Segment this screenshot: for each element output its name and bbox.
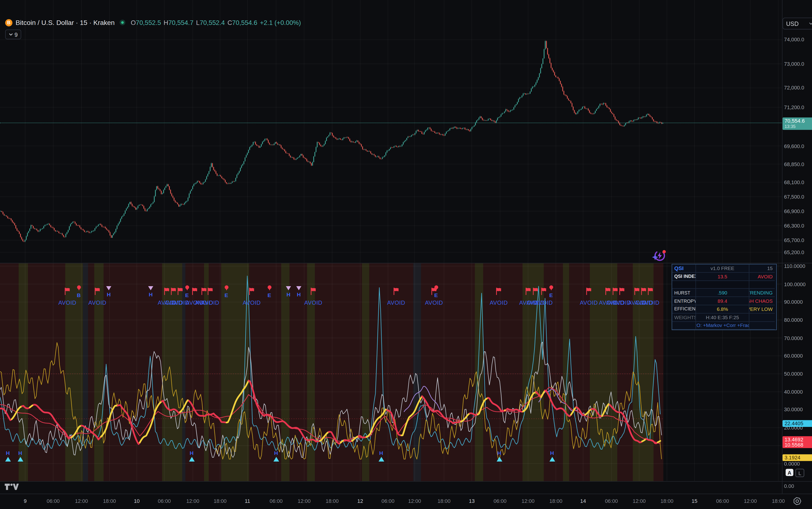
- ohlc-readout: O70,552.5 H70,554.7 L70,552.4 C70,554.6 …: [131, 19, 301, 26]
- hurst-up-triangle-icon: [273, 457, 279, 462]
- ai-boost-icon[interactable]: [652, 248, 666, 263]
- indicator-axis-label: 0.0000: [784, 461, 800, 467]
- pro-row-left: [672, 321, 696, 330]
- pane-divider[interactable]: [0, 263, 812, 263]
- flag-icon: [311, 287, 316, 295]
- indicator-axis-label: 40.0000: [784, 389, 803, 395]
- time-axis-label[interactable]: 12:00: [186, 498, 199, 504]
- time-axis-label[interactable]: 12:00: [744, 498, 757, 504]
- time-axis-label[interactable]: 12:00: [75, 498, 88, 504]
- hurst-label: HURST: [672, 289, 696, 297]
- price-axis-label: 68,100.0: [784, 179, 804, 185]
- price-axis-label: 69,600.0: [784, 143, 804, 149]
- weights-label: WEIGHTS: [672, 313, 696, 321]
- time-axis-label[interactable]: 9: [24, 498, 27, 504]
- flag-icon: [533, 287, 539, 295]
- axis-settings-gear-icon[interactable]: [793, 497, 802, 505]
- time-axis-label[interactable]: 14: [580, 498, 586, 504]
- qsi-status-table: QSI v1.0 FREE 15 QSI INDEX 13.5 AVOID HU…: [672, 264, 777, 330]
- entropy-letter: E: [224, 292, 228, 298]
- avoid-label: AVOID: [201, 300, 219, 306]
- avoid-label: AVOID: [535, 300, 553, 306]
- time-axis-label[interactable]: 10: [134, 498, 139, 504]
- hurst-value: .590: [696, 289, 750, 297]
- collapsed-pane[interactable]: [0, 481, 782, 494]
- time-axis-label[interactable]: 06:00: [605, 498, 618, 504]
- flag-icon: [526, 287, 531, 295]
- time-axis-label[interactable]: 18:00: [214, 498, 226, 504]
- efficiency-status: VERY LOW: [749, 305, 775, 313]
- flag-icon: [496, 287, 502, 295]
- flag-icon: [192, 287, 198, 295]
- indicator-axis-label: 30.0000: [784, 407, 803, 413]
- hurst-letter: H: [550, 450, 554, 456]
- time-axis-label[interactable]: 06:00: [716, 498, 729, 504]
- time-axis-label[interactable]: 13: [469, 498, 474, 504]
- hurst-down-triangle-icon: [286, 286, 291, 290]
- indicator-axis-label: 100.0000: [784, 281, 806, 287]
- hurst-letter: H: [274, 450, 278, 456]
- log-scale-button[interactable]: L: [795, 469, 804, 477]
- time-axis-label[interactable]: 12:00: [633, 498, 646, 504]
- avoid-label: AVOID: [642, 300, 659, 306]
- price-axis[interactable]: 74,000.073,000.072,000.071,200.069,600.0…: [782, 0, 812, 494]
- entropy-dot-icon: [549, 285, 554, 291]
- hurst-up-triangle-icon: [5, 457, 11, 462]
- hurst-letter: H: [149, 292, 153, 298]
- time-axis-label[interactable]: 18:00: [437, 498, 450, 504]
- time-axis[interactable]: 906:0012:0018:001006:0012:0018:001106:00…: [0, 494, 812, 509]
- time-axis-label[interactable]: 18:00: [103, 498, 116, 504]
- bitcoin-logo-icon: B: [5, 19, 12, 26]
- symbol-title[interactable]: Bitcoin / U.S. Dollar · 15 · Kraken: [15, 19, 115, 26]
- flag-icon: [208, 287, 213, 295]
- breakout-dot-icon: [77, 285, 82, 291]
- indicator-value-badge: 3.1924: [783, 454, 812, 461]
- time-axis-label[interactable]: 15: [692, 498, 697, 504]
- time-axis-label[interactable]: 18:00: [549, 498, 562, 504]
- auto-scale-button[interactable]: A: [786, 469, 793, 476]
- indicator-axis-label: 90.0000: [784, 299, 803, 305]
- indicator-axis-label: 110.0000: [784, 263, 805, 269]
- time-axis-label[interactable]: 06:00: [270, 498, 283, 504]
- time-axis-label[interactable]: 18:00: [772, 498, 785, 504]
- time-axis-label[interactable]: 11: [245, 498, 250, 504]
- object-tree-collapse-button[interactable]: 9: [5, 29, 21, 39]
- time-axis-label[interactable]: 12: [357, 498, 363, 504]
- avoid-label: AVOID: [490, 300, 508, 306]
- chevron-down-icon: [9, 33, 13, 36]
- qsi-indicator-pane[interactable]: AVOIDAVOIDAVOIDAVOIDAVOIDAVOIDAVOIDAVOID…: [0, 263, 782, 481]
- time-axis-label[interactable]: 06:00: [158, 498, 171, 504]
- current-price-badge: 70,554.613:35: [783, 117, 812, 130]
- time-axis-label[interactable]: 18:00: [660, 498, 674, 504]
- spacer-row: [749, 281, 775, 289]
- qsi-index-label: QSI INDEX: [672, 273, 696, 281]
- time-axis-label[interactable]: 18:00: [325, 498, 339, 504]
- time-axis-label[interactable]: 06:00: [381, 498, 395, 504]
- price-chart-pane[interactable]: B Bitcoin / U.S. Dollar · 15 · Kraken O7…: [0, 0, 782, 263]
- time-axis-label[interactable]: 12:00: [298, 498, 311, 504]
- time-axis-label[interactable]: 06:00: [494, 498, 507, 504]
- market-status-icon[interactable]: [120, 20, 126, 25]
- flag-icon: [178, 287, 183, 295]
- tradingview-logo[interactable]: [5, 483, 19, 491]
- qsi-timeframe: 15: [749, 264, 775, 272]
- avoid-label: AVOID: [580, 300, 598, 306]
- time-axis-label[interactable]: 06:00: [47, 498, 60, 504]
- flag-icon: [634, 287, 640, 295]
- time-axis-label[interactable]: 12:00: [408, 498, 421, 504]
- qsi-title: QSI: [672, 264, 696, 272]
- entropy-dot-icon: [434, 285, 439, 291]
- currency-toggle-button[interactable]: USD: [783, 18, 812, 29]
- avoid-label: AVOID: [425, 300, 443, 306]
- flag-icon: [171, 287, 177, 295]
- pane-divider[interactable]: [0, 481, 812, 482]
- flag-icon: [641, 287, 647, 295]
- hurst-letter: H: [297, 292, 301, 298]
- flag-icon: [605, 287, 611, 295]
- hurst-down-triangle-icon: [106, 286, 112, 290]
- hurst-down-triangle-icon: [296, 286, 301, 290]
- pro-upsell: PRO: +Markov +Corr +Fractal: [696, 321, 750, 330]
- symbol-header: B Bitcoin / U.S. Dollar · 15 · Kraken O7…: [5, 19, 301, 26]
- time-axis-label[interactable]: 12:00: [522, 498, 535, 504]
- flag-icon: [95, 287, 100, 295]
